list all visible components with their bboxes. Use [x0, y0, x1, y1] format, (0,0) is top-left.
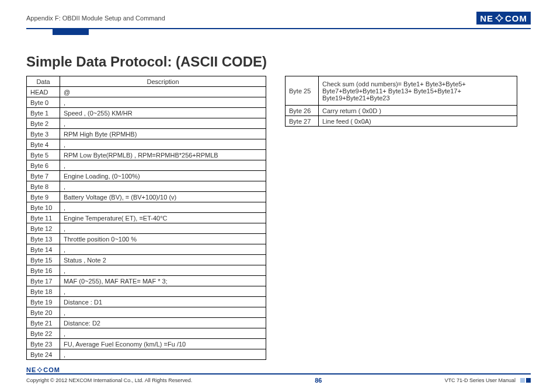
cell-desc: ,: [60, 286, 266, 297]
cell-key: Byte 24: [27, 349, 60, 360]
table-row: Byte 5RPM Low Byte(RPMLB) , RPM=RPMHB*25…: [27, 150, 266, 160]
cell-desc: ,: [60, 97, 266, 108]
table-row: Byte 11Engine Temperature( ET), =ET-40°C: [27, 213, 266, 223]
table-row: Byte 22,: [27, 328, 266, 339]
table-row: Byte 10,: [27, 202, 266, 213]
cell-desc: Distance : D1: [60, 297, 266, 307]
cell-key: Byte 4: [27, 139, 60, 150]
footer-manual-name: VTC 71-D Series User Manual: [444, 377, 516, 383]
footer-page-number: 86: [315, 377, 322, 384]
table-row: Byte 15Status , Note 2: [27, 255, 266, 265]
cell-desc: ,: [60, 349, 266, 360]
cell-desc: ,: [60, 223, 266, 234]
nexcom-logo: NE COM: [476, 12, 531, 24]
cell-desc: Status , Note 2: [60, 255, 266, 265]
cell-desc: RPM Low Byte(RPMLB) , RPM=RPMHB*256+RPML…: [60, 150, 266, 160]
cell-desc: Engine Temperature( ET), =ET-40°C: [60, 213, 266, 223]
cell-desc: RPM High Byte (RPMHB): [60, 129, 266, 139]
page-title: Simple Data Protocol: (ASCII CODE): [26, 54, 531, 70]
cell-desc: Engine Loading, (0~100%): [60, 171, 266, 181]
cell-desc: FU, Average Fuel Economy (km/L) =Fu /10: [60, 339, 266, 349]
svg-marker-3: [38, 368, 41, 372]
cell-key: Byte 26: [286, 106, 319, 116]
cell-desc: @: [60, 87, 266, 97]
cell-desc: ,: [60, 139, 266, 150]
footer-copyright: Copyright © 2012 NEXCOM International Co…: [26, 377, 192, 383]
table-head-desc: Description: [60, 76, 266, 87]
cell-desc: ,: [60, 328, 266, 339]
table-row: Byte 6,: [27, 160, 266, 171]
cell-key: Byte 15: [27, 255, 60, 265]
table-row: Byte 21Distance: D2: [27, 318, 266, 328]
cell-key: Byte 23: [27, 339, 60, 349]
logo-text-pre: NE: [480, 13, 493, 23]
protocol-table-left: Data Description HEAD@Byte 0,Byte 1Speed…: [26, 76, 266, 360]
cell-key: Byte 17: [27, 276, 60, 286]
table-head-data: Data: [27, 76, 60, 87]
header-blue-tab: [53, 28, 89, 35]
cell-key: Byte 19: [27, 297, 60, 307]
header-rule: [26, 28, 531, 29]
table-row: Byte 7Engine Loading, (0~100%): [27, 171, 266, 181]
table-row: Byte 19Distance : D1: [27, 297, 266, 307]
logo-text-post: COM: [505, 13, 527, 23]
table-row: Byte 26Carry return ( 0x0D ): [286, 106, 517, 116]
table-row: Data Description: [27, 76, 266, 87]
cell-desc: ,: [60, 181, 266, 192]
cell-key: Byte 13: [27, 234, 60, 244]
table-row: Byte 18,: [27, 286, 266, 297]
table-row: Byte 2,: [27, 118, 266, 129]
table-row: HEAD@: [27, 87, 266, 97]
cell-desc: Check sum (odd numbers)= Byte1+ Byte3+By…: [319, 76, 517, 106]
footer-deco-icon: [520, 378, 531, 383]
cell-key: Byte 20: [27, 307, 60, 318]
table-row: Byte 13Throttle position 0~100 %: [27, 234, 266, 244]
page-footer: NE COM Copyright © 2012 NEXCOM Internati…: [26, 366, 531, 384]
cell-key: Byte 25: [286, 76, 319, 106]
cell-key: Byte 5: [27, 150, 60, 160]
table-row: Byte 23FU, Average Fuel Economy (km/L) =…: [27, 339, 266, 349]
cell-desc: ,: [60, 307, 266, 318]
cell-desc: Distance: D2: [60, 318, 266, 328]
cell-key: Byte 16: [27, 265, 60, 276]
table-row: Byte 16,: [27, 265, 266, 276]
tables-container: Data Description HEAD@Byte 0,Byte 1Speed…: [26, 76, 531, 360]
table-row: Byte 8,: [27, 181, 266, 192]
cell-desc: ,: [60, 265, 266, 276]
cell-desc: ,: [60, 202, 266, 213]
footer-rule: [26, 373, 531, 374]
cell-key: Byte 27: [286, 116, 319, 127]
cell-desc: Carry return ( 0x0D ): [319, 106, 517, 116]
table-row: Byte 17MAF (0~255), MAF RATE= MAF * 3;: [27, 276, 266, 286]
protocol-table-right: Byte 25Check sum (odd numbers)= Byte1+ B…: [285, 76, 517, 127]
appendix-title: Appendix F: OBDII Module Setup and Comma…: [26, 15, 165, 22]
cell-key: Byte 22: [27, 328, 60, 339]
table-row: Byte 27Line feed ( 0x0A): [286, 116, 517, 127]
cell-key: Byte 2: [27, 118, 60, 129]
table-row: Byte 9Battery Voltage (BV), = (BV+100)/1…: [27, 192, 266, 202]
cell-desc: Speed , (0~255) KM/HR: [60, 108, 266, 118]
footer-logo-post: COM: [43, 366, 60, 373]
page-header: Appendix F: OBDII Module Setup and Comma…: [26, 10, 531, 26]
cell-desc: Battery Voltage (BV), = (BV+100)/10 (v): [60, 192, 266, 202]
cell-key: Byte 10: [27, 202, 60, 213]
table-row: Byte 1Speed , (0~255) KM/HR: [27, 108, 266, 118]
cell-key: HEAD: [27, 87, 60, 97]
table-row: Byte 0,: [27, 97, 266, 108]
cell-key: Byte 7: [27, 171, 60, 181]
logo-x-icon: [494, 13, 504, 23]
svg-marker-1: [497, 16, 502, 21]
table-row: Byte 3RPM High Byte (RPMHB): [27, 129, 266, 139]
cell-desc: Throttle position 0~100 %: [60, 234, 266, 244]
table-row: Byte 24,: [27, 349, 266, 360]
cell-key: Byte 8: [27, 181, 60, 192]
cell-key: Byte 21: [27, 318, 60, 328]
cell-desc: Line feed ( 0x0A): [319, 116, 517, 127]
table-row: Byte 14,: [27, 244, 266, 255]
cell-key: Byte 6: [27, 160, 60, 171]
cell-key: Byte 18: [27, 286, 60, 297]
table-row: Byte 4,: [27, 139, 266, 150]
cell-key: Byte 3: [27, 129, 60, 139]
cell-key: Byte 0: [27, 97, 60, 108]
cell-key: Byte 9: [27, 192, 60, 202]
